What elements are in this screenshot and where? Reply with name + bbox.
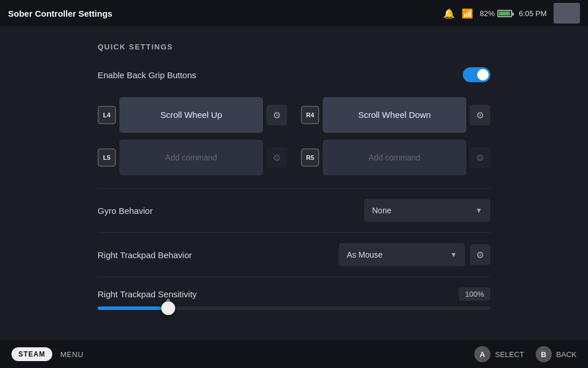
- l4-badge: L4: [98, 106, 116, 124]
- slider-thumb[interactable]: [161, 301, 175, 315]
- back-label: BACK: [556, 350, 577, 359]
- a-button[interactable]: A: [474, 346, 490, 362]
- wifi-icon: 📶: [462, 8, 473, 19]
- clock: 6:05 PM: [519, 9, 547, 18]
- gyro-behavior-label: Gyro Behavior: [98, 206, 364, 216]
- toggle-knob: [477, 69, 489, 80]
- slider-header: Right Trackpad Sensitivity 100%: [98, 288, 490, 301]
- select-label: SELECT: [495, 350, 524, 359]
- bottom-actions: A SELECT B BACK: [474, 346, 577, 362]
- battery-bar: [497, 10, 512, 17]
- l4-row: L4 Scroll Wheel Up ⚙: [98, 97, 287, 133]
- r4-gear-icon: ⚙: [476, 110, 484, 121]
- trackpad-behavior-dropdown[interactable]: As Mouse ▼: [339, 243, 465, 266]
- gyro-behavior-value: None: [372, 206, 470, 215]
- app-title: Sober Controller Settings: [8, 9, 113, 18]
- trackpad-behavior-row: Right Trackpad Behavior As Mouse ▼ ⚙: [98, 243, 490, 266]
- l5-command-button[interactable]: Add command: [119, 140, 263, 175]
- l4-gear-button[interactable]: ⚙: [266, 105, 287, 125]
- divider-3: [98, 277, 490, 277]
- back-action: B BACK: [536, 346, 577, 362]
- status-icons: 🔔 📶 82% 6:05 PM: [443, 3, 580, 24]
- enable-back-grip-toggle[interactable]: [463, 67, 490, 82]
- r4-row: R4 Scroll Wheel Down ⚙: [301, 97, 490, 133]
- r5-row: R5 Add command ⚙: [301, 140, 490, 175]
- l5-gear-icon: ⚙: [273, 152, 281, 163]
- r5-command-button[interactable]: Add command: [323, 140, 466, 175]
- r4-gear-button[interactable]: ⚙: [470, 105, 490, 125]
- gyro-behavior-dropdown[interactable]: None ▼: [364, 199, 490, 222]
- battery-percent: 82%: [480, 9, 495, 18]
- trackpad-sensitivity-label: Right Trackpad Sensitivity: [98, 289, 459, 299]
- trackpad-behavior-value: As Mouse: [347, 250, 444, 259]
- l5-row: L5 Add command ⚙: [98, 140, 287, 175]
- r4-badge: R4: [301, 106, 319, 124]
- gyro-chevron-icon: ▼: [475, 206, 482, 214]
- l4-command-button[interactable]: Scroll Wheel Up: [119, 97, 263, 133]
- b-button[interactable]: B: [536, 346, 552, 362]
- enable-back-grip-row: Enable Back Grip Buttons: [98, 63, 490, 87]
- title-bar: Sober Controller Settings 🔔 📶 82% 6:05 P…: [0, 0, 588, 26]
- trackpad-sensitivity-value: 100%: [459, 288, 490, 301]
- l5-gear-button[interactable]: ⚙: [266, 147, 287, 168]
- bottom-bar: STEAM MENU A SELECT B BACK: [0, 340, 588, 368]
- select-action: A SELECT: [474, 346, 524, 362]
- gyro-behavior-row: Gyro Behavior None ▼: [98, 199, 490, 222]
- buttons-grid: L4 Scroll Wheel Up ⚙ R4 Scroll Wheel Dow…: [98, 97, 490, 175]
- r5-gear-icon: ⚙: [476, 152, 484, 163]
- slider-fill: [98, 306, 168, 310]
- trackpad-behavior-label: Right Trackpad Behavior: [98, 250, 339, 260]
- thumbnail-image: [554, 3, 580, 24]
- r5-badge: R5: [301, 148, 319, 167]
- trackpad-behavior-gear-button[interactable]: ⚙: [470, 244, 490, 265]
- enable-back-grip-label: Enable Back Grip Buttons: [98, 70, 463, 80]
- trackpad-chevron-icon: ▼: [450, 251, 457, 259]
- r5-gear-button[interactable]: ⚙: [470, 147, 490, 168]
- bell-icon: 🔔: [443, 8, 455, 19]
- l4-gear-icon: ⚙: [273, 110, 281, 121]
- r4-command-button[interactable]: Scroll Wheel Down: [323, 97, 466, 133]
- main-content: QUICK SETTINGS Enable Back Grip Buttons …: [0, 26, 588, 310]
- l5-badge: L5: [98, 148, 116, 167]
- battery-container: 82%: [480, 9, 512, 18]
- battery-fill: [499, 12, 510, 16]
- divider-2: [98, 232, 490, 233]
- trackpad-gear-icon: ⚙: [476, 250, 484, 260]
- trackpad-sensitivity-row: Right Trackpad Sensitivity 100%: [98, 288, 490, 310]
- steam-button[interactable]: STEAM: [11, 347, 52, 361]
- section-title: QUICK SETTINGS: [98, 43, 490, 51]
- menu-label: MENU: [60, 350, 83, 359]
- divider-1: [98, 188, 490, 189]
- sensitivity-slider-track[interactable]: [98, 306, 490, 310]
